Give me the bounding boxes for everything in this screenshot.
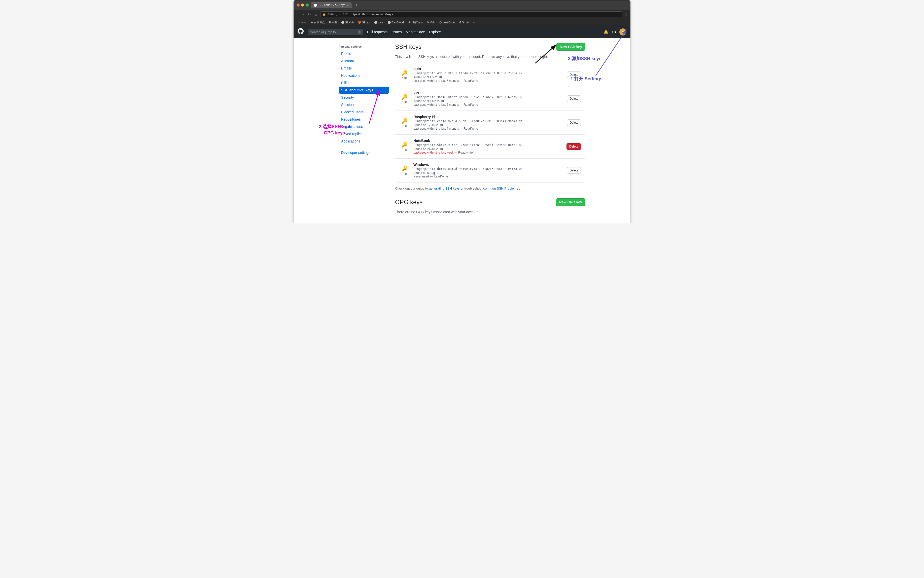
key-details-notebook: NoteBook Fingerprint: 5b:7b:91:ec:12:8e:… xyxy=(413,139,567,154)
sidebar-item-repositories[interactable]: Repositories xyxy=(339,116,389,123)
key-added-vps: Added on 30 Jun 2018 xyxy=(413,99,567,103)
nav-explore[interactable]: Explore xyxy=(429,30,441,34)
bookmark-gitlab[interactable]: 🦊 GitLab xyxy=(357,20,371,24)
key-added-windows: Added on 5 Aug 2018 xyxy=(413,171,567,175)
forward-button[interactable]: › xyxy=(302,12,305,17)
tab-icon: ⬤ xyxy=(314,3,317,7)
browser-tab[interactable]: ⬤ SSH and GPG keys ✕ xyxy=(311,2,352,8)
delete-key-raspberry[interactable]: Delete xyxy=(567,119,581,126)
bookmark-apps[interactable]: ☰ 应用 xyxy=(297,20,307,25)
tab-close-icon[interactable]: ✕ xyxy=(347,4,349,6)
bookmark-github[interactable]: ⬤ GitHub xyxy=(340,20,354,24)
close-button[interactable] xyxy=(297,3,300,6)
address-bar: ‹ › ↻ ⌂ 🔒 GitHub, Inc. [US] https://gith… xyxy=(294,10,630,19)
key-details-windows: Windows Fingerprint: dc:70:88:9d:94:9e:c… xyxy=(413,162,567,178)
key-used-vultr: Last used within the last 7 months — Rea… xyxy=(413,79,567,83)
delete-key-notebook[interactable]: Delete xyxy=(567,143,581,150)
search-box[interactable]: Search or jump to... / xyxy=(308,29,363,35)
user-avatar[interactable]: ▾ xyxy=(619,28,627,36)
key-name-notebook: NoteBook xyxy=(413,139,567,143)
new-item-button[interactable]: + ▾ xyxy=(612,30,616,34)
key-added-raspberry: Added on 17 Jul 2018 xyxy=(413,123,567,127)
key-used-windows: Never used — Read/write xyxy=(413,175,567,178)
search-shortcut: / xyxy=(358,31,361,34)
sidebar-item-ssh-keys[interactable]: SSH and GPG keys xyxy=(339,87,389,94)
sidebar-item-profile[interactable]: Profile xyxy=(339,50,389,57)
key-fingerprint-windows: Fingerprint: dc:70:88:9d:94:9e:c7:a1:95:… xyxy=(413,167,567,170)
key-icon-vultr: 🔑 xyxy=(401,70,408,76)
sidebar-item-account[interactable]: Account xyxy=(339,57,389,65)
key-icon-wrap-windows: 🔑 SSH xyxy=(399,166,409,175)
sidebar: Personal settings Profile Account Emails… xyxy=(339,43,389,218)
bookmark-more[interactable]: » xyxy=(472,20,476,24)
ssh-key-list: 🔑 SSH Vultr Fingerprint: 4d:8c:df:81:fa:… xyxy=(395,63,585,182)
bookmark-baidu-disk[interactable]: ☁ 百度网盘 xyxy=(309,20,326,25)
ssh-key-notebook: 🔑 SSH NoteBook Fingerprint: 5b:7b:91:ec:… xyxy=(395,135,585,159)
bookmark-daocloud[interactable]: ⬤ DaoCloud xyxy=(387,20,405,24)
nav-issues[interactable]: Issues xyxy=(391,30,401,34)
home-button[interactable]: ⌂ xyxy=(314,12,318,17)
delete-key-vps[interactable]: Delete xyxy=(567,96,581,102)
key-used-notebook-suffix: — Read/write xyxy=(455,151,473,154)
ssh-description: This is a list of SSH keys associated wi… xyxy=(395,55,585,58)
gpg-section: GPG keys New GPG key There are no GPG ke… xyxy=(395,198,585,214)
key-fingerprint-vps: Fingerprint: 3a:16:8f:bf:9d:ea:93:5c:8a:… xyxy=(413,96,567,99)
guide-prefix: Check out our guide to xyxy=(395,187,429,190)
bookmarks-bar: ☰ 应用 ☁ 百度网盘 B 百度 ⬤ GitHub 🦊 GitLab ⬤ gis… xyxy=(294,19,630,26)
url-input[interactable]: 🔒 GitHub, Inc. [US] https://github.com/s… xyxy=(320,11,622,17)
key-details-raspberry: Raspberry Pi Fingerprint: ee:1d:d7:6d:55… xyxy=(413,115,567,130)
sidebar-item-saved-replies[interactable]: Saved replies xyxy=(339,130,389,138)
minimize-button[interactable] xyxy=(301,3,304,6)
bookmark-vultr[interactable]: V Vultr xyxy=(426,20,437,24)
lock-icon: 🔒 xyxy=(323,13,326,16)
new-tab-button[interactable]: + xyxy=(354,2,359,8)
company-label: GitHub, Inc. [US] xyxy=(328,13,348,16)
gpg-description: There are no GPG keys associated with yo… xyxy=(395,210,585,214)
bookmark-leetcode[interactable]: ◎ LeetCode xyxy=(438,20,456,24)
new-ssh-key-button[interactable]: New SSH key xyxy=(556,43,585,50)
guide-link-generating[interactable]: generating SSH keys xyxy=(429,187,460,190)
key-icon-wrap-raspberry: 🔑 SSH xyxy=(399,118,409,128)
nav-marketplace[interactable]: Marketplace xyxy=(406,30,425,34)
gpg-section-title: GPG keys xyxy=(395,199,422,206)
key-fingerprint-vultr: Fingerprint: 4d:8c:df:81:fa:4a:a7:91:da:… xyxy=(413,71,567,75)
key-icon-wrap-vps: 🔑 SSH xyxy=(399,94,409,104)
sidebar-item-notifications[interactable]: Notifications xyxy=(339,72,389,79)
sidebar-item-sessions[interactable]: Sessions xyxy=(339,101,389,108)
back-button[interactable]: ‹ xyxy=(297,12,300,17)
guide-link-problems[interactable]: common SSH Problems xyxy=(483,187,518,190)
sidebar-item-developer-settings[interactable]: Developer settings xyxy=(339,149,389,156)
browser-chrome: ⬤ SSH and GPG keys ✕ + xyxy=(294,0,630,10)
bookmark-gists[interactable]: ⬤ gists xyxy=(373,20,385,24)
ssh-key-windows: 🔑 SSH Windows Fingerprint: dc:70:88:9d:9… xyxy=(395,159,585,182)
nav-pull-requests[interactable]: Pull requests xyxy=(367,30,388,34)
maximize-button[interactable] xyxy=(306,3,309,6)
new-gpg-key-button[interactable]: New GPG key xyxy=(556,198,585,206)
sidebar-item-organizations[interactable]: Organizations xyxy=(339,123,389,130)
bookmark-baidu[interactable]: B 百度 xyxy=(328,20,338,25)
ssh-key-vultr: 🔑 SSH Vultr Fingerprint: 4d:8c:df:81:fa:… xyxy=(395,63,585,87)
sidebar-item-applications[interactable]: Applications xyxy=(339,138,389,145)
bookmark-xunlei[interactable]: ⚡ 迅雷远程 xyxy=(407,20,424,25)
page-container: Personal settings Profile Account Emails… xyxy=(339,43,585,218)
key-icon-notebook: 🔑 xyxy=(401,142,408,148)
bookmark-gmail[interactable]: M Gmail xyxy=(458,20,470,24)
sidebar-item-emails[interactable]: Emails xyxy=(339,65,389,72)
key-icon-windows: 🔑 xyxy=(401,166,408,172)
search-placeholder: Search or jump to... xyxy=(310,30,338,34)
bookmark-star-icon[interactable]: ☆ xyxy=(624,12,627,16)
ssh-key-raspberry: 🔑 SSH Raspberry Pi Fingerprint: ee:1d:d7… xyxy=(395,111,585,135)
sidebar-item-blocked-users[interactable]: Blocked users xyxy=(339,109,389,115)
key-icon-vps: 🔑 xyxy=(401,94,408,100)
key-name-raspberry: Raspberry Pi xyxy=(413,115,567,119)
key-label-vultr: SSH xyxy=(402,77,407,80)
sidebar-item-security[interactable]: Security xyxy=(339,94,389,101)
reload-button[interactable]: ↻ xyxy=(307,12,312,17)
github-logo[interactable] xyxy=(297,28,304,36)
delete-key-vultr[interactable]: Delete xyxy=(567,71,581,78)
sidebar-item-billing[interactable]: Billing xyxy=(339,79,389,86)
nav-links: Pull requests Issues Marketplace Explore xyxy=(367,30,441,34)
notifications-icon[interactable]: 🔔 xyxy=(604,30,609,34)
delete-key-windows[interactable]: Delete xyxy=(567,167,581,174)
key-name-windows: Windows xyxy=(413,162,567,167)
